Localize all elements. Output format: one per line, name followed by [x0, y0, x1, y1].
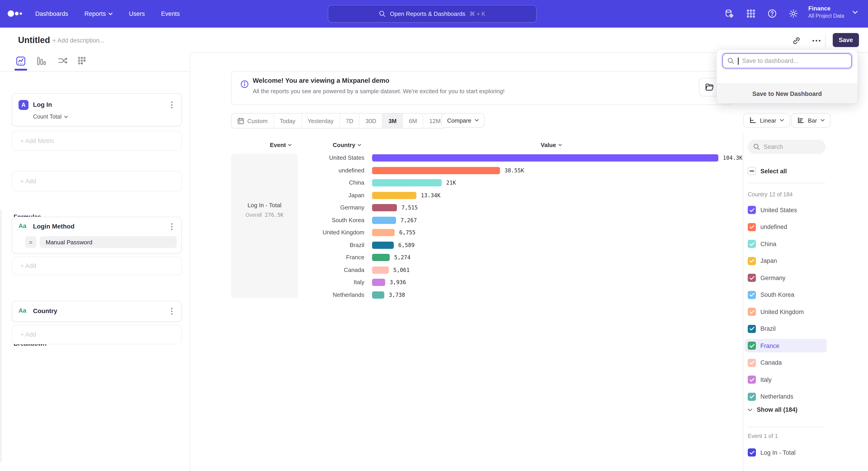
chart-bar[interactable] [372, 241, 394, 248]
save-to-new-dashboard-button[interactable]: Save to New Dashboard [717, 84, 858, 103]
checkbox[interactable] [748, 359, 756, 367]
chart-bar[interactable] [372, 254, 390, 261]
chart-bar[interactable] [372, 167, 500, 174]
checkbox[interactable] [748, 257, 756, 265]
project-switcher[interactable]: Finance All Project Data [808, 4, 844, 20]
mixpanel-logo-icon[interactable] [7, 8, 24, 19]
metric-kebab-icon[interactable] [168, 101, 176, 109]
country-row-germany[interactable]: Germany [745, 271, 827, 285]
chart-bar[interactable] [372, 216, 396, 224]
checkbox[interactable] [748, 240, 756, 248]
country-row-china[interactable]: China [745, 237, 827, 251]
more-actions-icon[interactable] [811, 35, 822, 47]
range-today[interactable]: Today [274, 114, 302, 128]
show-all-toggle[interactable]: Show all (184) [748, 406, 798, 413]
breakdown-card[interactable]: Aa Country [12, 301, 182, 322]
filter-property[interactable]: Login Method [33, 223, 74, 230]
country-row-france[interactable]: France [745, 339, 827, 352]
breakdown-property[interactable]: Country [33, 307, 57, 315]
tab-funnels[interactable] [35, 55, 48, 67]
chart-scale-button[interactable]: Linear [743, 113, 790, 127]
checkbox[interactable] [748, 308, 756, 316]
nav-reports[interactable]: Reports [85, 10, 113, 17]
report-title[interactable]: Untitled [18, 35, 50, 45]
country-row-italy[interactable]: Italy [745, 373, 827, 386]
chart-bar[interactable] [372, 204, 397, 211]
checkbox-label: South Korea [761, 291, 794, 298]
country-row-united-states[interactable]: United States [745, 203, 827, 217]
column-header-event[interactable]: Event [270, 142, 292, 148]
metric-card[interactable]: A Log In Count Total [12, 93, 182, 126]
chart-bar[interactable] [372, 192, 416, 199]
save-dashboard-search-input[interactable]: Save to dashboard... [722, 53, 852, 68]
checkbox[interactable] [748, 376, 756, 384]
breakdown-kebab-icon[interactable] [168, 307, 176, 315]
metric-name[interactable]: Log In [33, 101, 52, 108]
add-filter-button[interactable]: + Add [12, 257, 182, 275]
chart-category-label: Netherlands [190, 291, 364, 299]
tab-retention[interactable] [76, 55, 89, 67]
checkbox[interactable] [748, 342, 756, 350]
chart-bar[interactable] [372, 179, 442, 186]
filter-card[interactable]: Aa Login Method = Manual Password [12, 217, 182, 254]
chart-bar[interactable] [372, 279, 385, 286]
chart-bar[interactable] [372, 266, 389, 273]
country-row-brazil[interactable]: Brazil [745, 322, 827, 335]
country-row-south-korea[interactable]: South Korea [745, 288, 827, 301]
nav-users[interactable]: Users [129, 10, 145, 17]
save-button[interactable]: Save [833, 33, 859, 47]
filter-kebab-icon[interactable] [168, 223, 176, 231]
range-30d[interactable]: 30D [360, 114, 383, 128]
add-metric-button[interactable]: + Add Metric [12, 131, 182, 151]
checkbox[interactable] [748, 206, 756, 214]
filter-operator[interactable]: = [25, 236, 36, 248]
column-header-value[interactable]: Value [541, 142, 562, 148]
add-formula-button[interactable]: + Add [12, 171, 182, 192]
data-management-icon[interactable] [724, 8, 735, 19]
event-cell[interactable]: Log In - Total Overall 276.5K [231, 154, 298, 298]
nav-events[interactable]: Events [161, 10, 180, 17]
tab-insights[interactable] [14, 55, 27, 67]
column-header-country[interactable]: Country [333, 142, 361, 148]
help-icon[interactable] [767, 8, 778, 19]
checkbox[interactable] [748, 448, 756, 457]
compare-button[interactable]: Compare [441, 113, 485, 127]
checkbox[interactable] [748, 291, 756, 299]
metric-aggregation[interactable]: Count Total [33, 114, 68, 120]
chevron-down-icon[interactable] [852, 11, 858, 14]
country-row-united-kingdom[interactable]: United Kingdom [745, 305, 827, 319]
country-row-canada[interactable]: Canada [745, 356, 827, 370]
checkbox[interactable] [748, 223, 756, 231]
chart-bar[interactable] [372, 229, 395, 236]
chart-type-button[interactable]: Bar [791, 113, 831, 127]
apps-grid-icon[interactable] [745, 8, 756, 19]
global-search-input[interactable]: Open Reports & Dashboards ⌘ + K [328, 5, 537, 23]
select-all-checkbox[interactable] [748, 167, 756, 175]
range-6m[interactable]: 6M [403, 114, 423, 128]
country-row-netherlands[interactable]: Netherlands [745, 390, 827, 403]
range-custom[interactable]: Custom [231, 114, 274, 128]
copy-link-icon[interactable] [790, 35, 802, 47]
country-row-japan[interactable]: Japan [745, 254, 827, 268]
settings-gear-icon[interactable] [788, 8, 799, 19]
add-description[interactable]: + Add description... [53, 37, 104, 44]
range-7d[interactable]: 7D [340, 114, 360, 128]
chart-bar[interactable] [372, 154, 718, 161]
event-row-log-in---total[interactable]: Log In - Total [745, 446, 827, 459]
filter-value[interactable]: Manual Password [40, 236, 177, 248]
checkbox[interactable] [748, 274, 756, 282]
segment-search-input[interactable]: Search [748, 140, 826, 154]
chart-bar[interactable] [372, 291, 384, 298]
tab-flows[interactable] [56, 55, 69, 67]
range-3m[interactable]: 3M [383, 114, 403, 128]
select-all-row[interactable]: Select all [745, 164, 827, 178]
sidebar-scrollbar[interactable] [0, 209, 2, 463]
add-breakdown-button[interactable]: + Add [12, 325, 182, 344]
range-yesterday[interactable]: Yesterday [302, 114, 340, 128]
checkbox-label: Log In - Total [761, 449, 796, 456]
nav-dashboards[interactable]: Dashboards [35, 10, 68, 17]
checkbox[interactable] [748, 392, 756, 401]
checkbox[interactable] [748, 325, 756, 333]
country-row-undefined[interactable]: undefined [745, 220, 827, 234]
chart-category-label: Germany [190, 204, 364, 212]
